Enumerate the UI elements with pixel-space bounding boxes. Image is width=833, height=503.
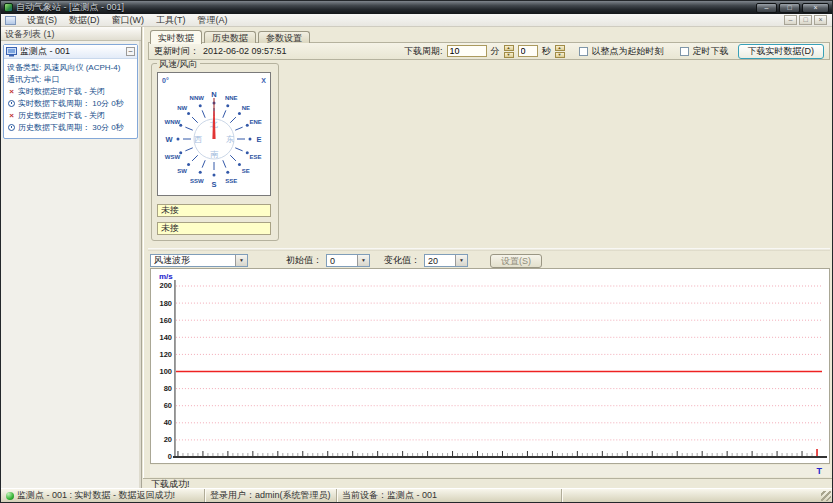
login-user-text: 登录用户：admin(系统管理员): [205, 489, 337, 502]
clock-icon: [7, 98, 16, 110]
seconds-input[interactable]: [518, 45, 538, 57]
minimize-button[interactable]: –: [756, 3, 777, 13]
svg-text:80: 80: [164, 384, 172, 393]
svg-text:NE: NE: [242, 105, 250, 111]
chevron-down-icon: ▼: [455, 255, 467, 266]
seconds-spinner[interactable]: ▲▼: [555, 45, 565, 58]
timed-download-checkbox[interactable]: [680, 47, 689, 56]
window-title: 自动气象站 - [监测点 - 001]: [16, 1, 124, 14]
svg-text:X: X: [261, 77, 266, 84]
device-name: 监测点 - 001: [20, 45, 70, 58]
svg-text:WNW: WNW: [165, 119, 181, 125]
svg-text:200: 200: [159, 281, 171, 290]
menu-bar: 设置(S) 数据(D) 窗口(W) 工具(T) 管理(A) – □ ×: [1, 14, 832, 27]
svg-text:180: 180: [159, 299, 171, 308]
compass-dial: 0°XNNNENEENEEESESESSESSSWSWWSWWWNWNWNNW北…: [158, 73, 270, 195]
waveform-chart: m/s020406080100120140160180200: [150, 268, 830, 464]
svg-text:NNE: NNE: [225, 95, 238, 101]
download-toolbar: 更新时间： 2012-06-02 09:57:51 下载周期: 分 ▲▼ 秒 ▲…: [148, 42, 830, 60]
tab-realtime-data[interactable]: 实时数据: [150, 30, 202, 44]
clock-icon: [7, 122, 16, 134]
svg-text:120: 120: [159, 350, 171, 359]
device-info-line: 设备类型: 风速风向仪 (ACPH-4): [7, 62, 135, 74]
seconds-unit-label: 秒: [542, 45, 551, 58]
device-list-header: 设备列表 (1): [1, 27, 141, 41]
svg-text:N: N: [211, 90, 216, 99]
app-icon: [4, 3, 13, 12]
menu-item-manage[interactable]: 管理(A): [192, 14, 234, 27]
menu-item-data[interactable]: 数据(D): [63, 14, 106, 27]
svg-text:西: 西: [194, 135, 202, 144]
initial-value-label: 初始值：: [286, 254, 322, 267]
svg-text:东: 东: [226, 135, 234, 144]
tab-history-data[interactable]: 历史数据: [204, 31, 256, 43]
current-device-text: 当前设备：监测点 - 001: [337, 489, 562, 502]
timed-download-label: 定时下载: [693, 45, 729, 58]
chart-position-slider[interactable]: T: [817, 465, 823, 477]
menu-item-tools[interactable]: 工具(T): [150, 14, 192, 27]
svg-text:SE: SE: [242, 168, 250, 174]
device-info-text: 历史数据下载周期： 30分 0秒: [18, 122, 124, 134]
device-info-text: 通讯方式: 串口: [7, 74, 59, 86]
svg-text:NW: NW: [177, 105, 187, 111]
svg-text:SSE: SSE: [225, 178, 237, 184]
change-value-label: 变化值：: [384, 254, 420, 267]
svg-text:E: E: [256, 135, 261, 144]
initial-value-select[interactable]: 0 ▼: [326, 254, 370, 267]
device-info-text: 设备类型: 风速风向仪 (ACPH-4): [7, 62, 120, 74]
mdi-minimize-button[interactable]: –: [784, 15, 797, 25]
close-button[interactable]: ×: [802, 3, 829, 13]
tab-strip: 实时数据 历史数据 参数设置: [150, 29, 310, 43]
minutes-input[interactable]: [447, 45, 487, 57]
device-panel: 监测点 - 001 – 设备类型: 风速风向仪 (ACPH-4)通讯方式: 串口…: [3, 44, 138, 139]
svg-text:S: S: [211, 180, 216, 189]
device-info-text: 实时数据下载周期： 10分 0秒: [18, 98, 124, 110]
svg-text:ESE: ESE: [250, 154, 262, 160]
app-window: 自动气象站 - [监测点 - 001] – □ × 设置(S) 数据(D) 窗口…: [0, 0, 833, 503]
device-node[interactable]: 监测点 - 001 –: [4, 45, 137, 59]
svg-text:160: 160: [159, 316, 171, 325]
waveform-select[interactable]: 风速波形 ▼: [150, 254, 248, 267]
update-time-label: 更新时间：: [154, 45, 199, 58]
resize-grip-icon[interactable]: [821, 491, 831, 501]
wind-speed-readout: 未接: [157, 204, 271, 217]
realtime-data-panel: 实时数据 历史数据 参数设置 更新时间： 2012-06-02 09:57:51…: [143, 27, 833, 478]
update-time-value: 2012-06-02 09:57:51: [203, 46, 287, 56]
maximize-button[interactable]: □: [779, 3, 800, 13]
svg-text:SSW: SSW: [190, 178, 204, 184]
change-value-select[interactable]: 20 ▼: [424, 254, 468, 267]
tab-parameter-settings[interactable]: 参数设置: [258, 31, 310, 43]
minutes-spinner[interactable]: ▲▼: [504, 45, 514, 58]
settings-button[interactable]: 设置(S): [490, 254, 542, 268]
download-realtime-button[interactable]: 下载实时数据(D): [738, 44, 825, 59]
hour-align-checkbox[interactable]: [579, 47, 588, 56]
connection-ok-icon: [6, 492, 14, 500]
device-info-text: 实时数据定时下载 - 关闭: [18, 86, 105, 98]
device-info-line: 实时数据下载周期： 10分 0秒: [7, 98, 135, 110]
svg-text:W: W: [165, 135, 173, 144]
svg-text:0°: 0°: [162, 77, 169, 84]
chart-controls: 风速波形 ▼ 初始值： 0 ▼ 变化值： 20 ▼ 设置(S): [150, 253, 828, 268]
svg-text:40: 40: [164, 418, 172, 427]
svg-text:60: 60: [164, 401, 172, 410]
hour-align-label: 以整点为起始时刻: [592, 45, 664, 58]
menu-item-window[interactable]: 窗口(W): [106, 14, 151, 27]
mdi-restore-button[interactable]: □: [799, 15, 812, 25]
device-info-line: ×实时数据定时下载 - 关闭: [7, 86, 135, 98]
collapse-icon[interactable]: –: [126, 47, 135, 56]
mdi-close-button[interactable]: ×: [814, 15, 827, 25]
svg-text:南: 南: [210, 150, 219, 159]
horizontal-splitter[interactable]: [148, 248, 830, 251]
title-bar: 自动气象站 - [监测点 - 001] – □ ×: [1, 1, 832, 14]
svg-text:140: 140: [159, 333, 171, 342]
menu-item-settings[interactable]: 设置(S): [21, 14, 63, 27]
wind-direction-readout: 未接: [157, 222, 271, 235]
cross-icon: ×: [7, 86, 16, 98]
device-info-line: 通讯方式: 串口: [7, 74, 135, 86]
svg-text:100: 100: [159, 367, 171, 376]
device-sidebar: 设备列表 (1) 监测点 - 001 – 设备类型: 风速风向仪 (ACPH-4…: [1, 27, 142, 488]
svg-text:WSW: WSW: [165, 154, 181, 160]
mdi-child-icon[interactable]: [5, 16, 16, 25]
device-info-line: 历史数据下载周期： 30分 0秒: [7, 122, 135, 134]
svg-text:SW: SW: [177, 168, 187, 174]
